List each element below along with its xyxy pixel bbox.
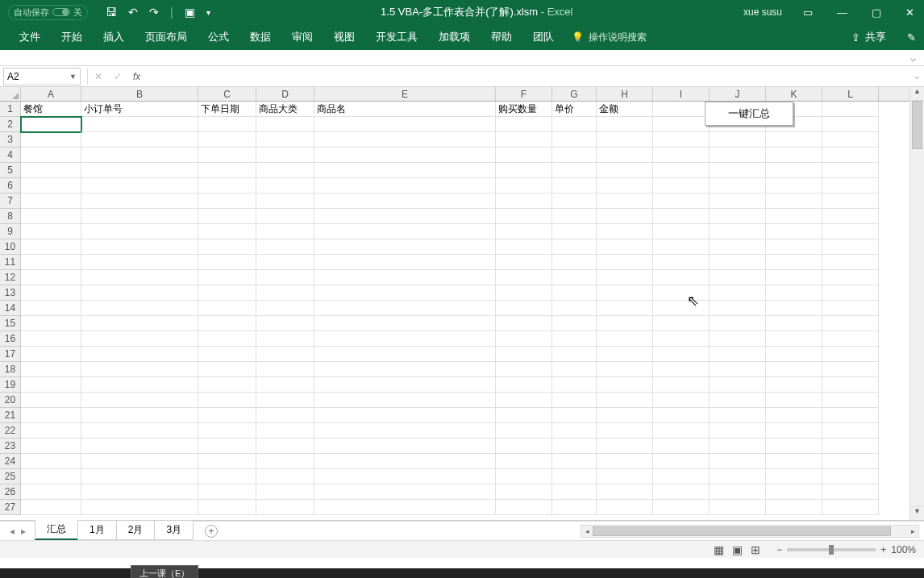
vscroll-track[interactable] bbox=[910, 101, 924, 506]
cell-B16[interactable] bbox=[81, 331, 198, 347]
cell-G3[interactable] bbox=[552, 132, 597, 148]
col-header-I[interactable]: I bbox=[653, 87, 710, 101]
cell-L3[interactable] bbox=[822, 132, 879, 148]
cell-L22[interactable] bbox=[822, 423, 879, 439]
tell-me[interactable]: 💡 操作说明搜索 bbox=[572, 31, 647, 44]
col-header-C[interactable]: C bbox=[198, 87, 256, 101]
cell-I4[interactable] bbox=[653, 148, 710, 163]
cell-G13[interactable] bbox=[552, 285, 597, 301]
cell-A12[interactable] bbox=[21, 270, 81, 285]
cell-L20[interactable] bbox=[822, 393, 879, 408]
ribbon-options-icon[interactable]: ▭ bbox=[800, 6, 816, 19]
row-header-26[interactable]: 26 bbox=[0, 484, 20, 500]
cell-B23[interactable] bbox=[81, 439, 198, 454]
cell-I26[interactable] bbox=[653, 484, 710, 500]
row-header-24[interactable]: 24 bbox=[0, 454, 20, 469]
row-header-12[interactable]: 12 bbox=[0, 270, 20, 285]
cell-B11[interactable] bbox=[81, 255, 198, 270]
hscroll-track[interactable] bbox=[593, 526, 907, 536]
row-header-9[interactable]: 9 bbox=[0, 224, 20, 239]
col-header-D[interactable]: D bbox=[256, 87, 314, 101]
cell-H22[interactable] bbox=[597, 423, 653, 439]
cell-L6[interactable] bbox=[822, 178, 879, 193]
cell-L4[interactable] bbox=[822, 148, 879, 163]
cell-E7[interactable] bbox=[314, 193, 496, 209]
cell-B27[interactable] bbox=[81, 500, 198, 515]
cell-B2[interactable] bbox=[81, 117, 198, 132]
cell-J18[interactable] bbox=[710, 362, 766, 377]
ribbon-tab-团队[interactable]: 团队 bbox=[523, 27, 564, 48]
scroll-left-icon[interactable]: ◂ bbox=[581, 527, 593, 535]
cell-A25[interactable] bbox=[21, 469, 81, 484]
zoom-value[interactable]: 100% bbox=[891, 544, 916, 555]
zoom-slider[interactable] bbox=[787, 548, 876, 551]
cell-L1[interactable] bbox=[822, 102, 879, 117]
cell-I20[interactable] bbox=[653, 393, 710, 408]
cell-E14[interactable] bbox=[314, 301, 496, 316]
cell-L25[interactable] bbox=[822, 469, 879, 484]
expand-ribbon-icon[interactable]: ⌵ bbox=[910, 52, 916, 64]
cell-F1[interactable]: 购买数量 bbox=[496, 102, 552, 117]
user-name[interactable]: xue susu bbox=[743, 6, 782, 18]
cell-B9[interactable] bbox=[81, 224, 198, 239]
ribbon-tab-审阅[interactable]: 审阅 bbox=[282, 27, 323, 48]
cell-H9[interactable] bbox=[597, 224, 653, 239]
expand-formula-icon[interactable]: ⌵ bbox=[909, 71, 924, 81]
cell-D5[interactable] bbox=[256, 163, 314, 178]
cell-G16[interactable] bbox=[552, 331, 597, 347]
cell-L23[interactable] bbox=[822, 439, 879, 454]
cell-B10[interactable] bbox=[81, 239, 198, 255]
cell-A16[interactable] bbox=[21, 331, 81, 347]
cell-H27[interactable] bbox=[597, 500, 653, 515]
cell-B13[interactable] bbox=[81, 285, 198, 301]
cells-area[interactable]: 餐馆小订单号下单日期商品大类商品名购买数量单价金额 bbox=[21, 102, 909, 520]
cell-A4[interactable] bbox=[21, 148, 81, 163]
row-header-10[interactable]: 10 bbox=[0, 239, 20, 255]
cell-D20[interactable] bbox=[256, 393, 314, 408]
cell-I14[interactable] bbox=[653, 301, 710, 316]
cell-E2[interactable] bbox=[314, 117, 496, 132]
cell-E27[interactable] bbox=[314, 500, 496, 515]
cell-K6[interactable] bbox=[766, 178, 822, 193]
ribbon-tab-文件[interactable]: 文件 bbox=[10, 27, 50, 48]
cell-K7[interactable] bbox=[766, 193, 822, 209]
row-header-17[interactable]: 17 bbox=[0, 347, 20, 362]
cell-F14[interactable] bbox=[496, 301, 552, 316]
cell-G9[interactable] bbox=[552, 224, 597, 239]
autosave-toggle[interactable]: 自动保存 关 bbox=[8, 5, 88, 20]
cell-C14[interactable] bbox=[198, 301, 256, 316]
cell-A21[interactable] bbox=[21, 408, 81, 423]
cell-K27[interactable] bbox=[766, 500, 822, 515]
cell-C1[interactable]: 下单日期 bbox=[198, 102, 256, 117]
row-header-19[interactable]: 19 bbox=[0, 377, 20, 393]
cell-A18[interactable] bbox=[21, 362, 81, 377]
cell-E5[interactable] bbox=[314, 163, 496, 178]
cell-E8[interactable] bbox=[314, 209, 496, 224]
cell-D11[interactable] bbox=[256, 255, 314, 270]
cell-I10[interactable] bbox=[653, 239, 710, 255]
cell-B19[interactable] bbox=[81, 377, 198, 393]
cell-D22[interactable] bbox=[256, 423, 314, 439]
vscroll-thumb[interactable] bbox=[912, 101, 922, 149]
cell-J20[interactable] bbox=[710, 393, 766, 408]
cell-K20[interactable] bbox=[766, 393, 822, 408]
save-icon[interactable]: 🖫 bbox=[106, 6, 117, 19]
cell-K8[interactable] bbox=[766, 209, 822, 224]
cell-C20[interactable] bbox=[198, 393, 256, 408]
row-header-1[interactable]: 1 bbox=[0, 102, 20, 117]
col-header-L[interactable]: L bbox=[822, 87, 879, 101]
cell-B21[interactable] bbox=[81, 408, 198, 423]
cell-E17[interactable] bbox=[314, 347, 496, 362]
cell-F4[interactable] bbox=[496, 148, 552, 163]
cell-D9[interactable] bbox=[256, 224, 314, 239]
cell-D16[interactable] bbox=[256, 331, 314, 347]
touch-mode-icon[interactable]: ▣ bbox=[185, 6, 195, 19]
cell-D17[interactable] bbox=[256, 347, 314, 362]
cell-L8[interactable] bbox=[822, 209, 879, 224]
row-header-25[interactable]: 25 bbox=[0, 469, 20, 484]
cell-E18[interactable] bbox=[314, 362, 496, 377]
cell-B6[interactable] bbox=[81, 178, 198, 193]
cell-J17[interactable] bbox=[710, 347, 766, 362]
cell-C18[interactable] bbox=[198, 362, 256, 377]
cell-H3[interactable] bbox=[597, 132, 653, 148]
